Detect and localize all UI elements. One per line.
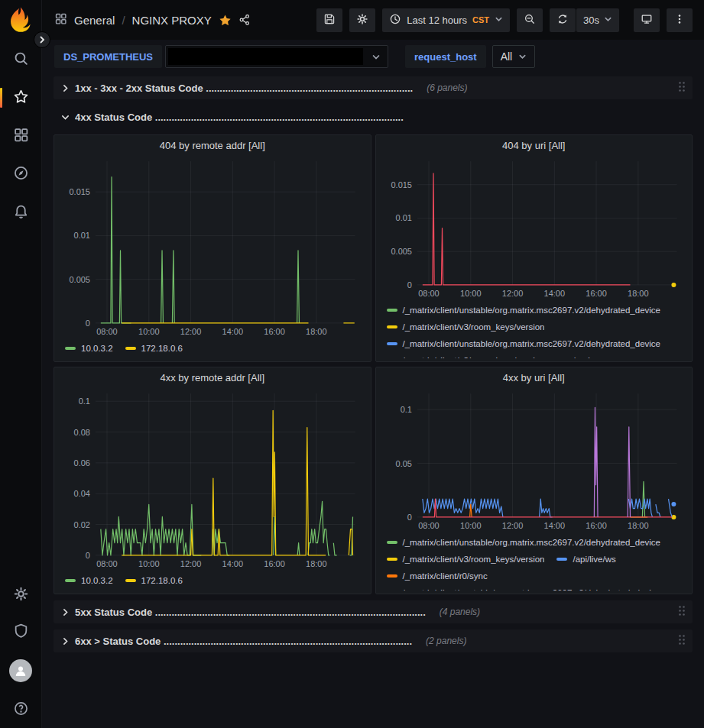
dashboard-canvas: 1xx - 3xx - 2xx Status Code ............…	[42, 72, 704, 728]
legend-item[interactable]: /_matrix/client/v3/room_keys/version	[387, 352, 545, 358]
chevron-down-icon	[371, 53, 381, 62]
x-tick-label: 08:00	[418, 521, 439, 530]
legend-swatch	[387, 574, 397, 578]
chevron-down-icon	[60, 112, 70, 122]
panel-4xx-by-uri: 4xx by uri [All] 00.050.108:0010:0012:00…	[375, 367, 693, 594]
redacted-value	[168, 48, 363, 65]
share-icon[interactable]	[238, 14, 251, 26]
legend-item[interactable]: /_matrix/client/r0/sync	[387, 568, 488, 584]
legend-item[interactable]: /_matrix/client/unstable/org.matrix.msc2…	[387, 584, 661, 590]
timezone-label: CST	[472, 15, 489, 24]
favorite-star-icon[interactable]	[219, 14, 232, 27]
legend-item[interactable]: 172.18.0.6	[125, 572, 183, 589]
sidebar-item-server-admin[interactable]	[5, 623, 36, 641]
x-tick-label: 18:00	[306, 559, 326, 568]
timeseries-chart[interactable]: 00.020.040.060.080.108:0010:0012:0014:00…	[62, 389, 363, 571]
legend-label: 10.0.3.2	[81, 576, 113, 585]
gear-icon	[13, 586, 29, 605]
variable-value-ds-prometheus[interactable]	[165, 45, 388, 68]
row-panel-count: (4 panels)	[440, 607, 480, 617]
legend-item[interactable]: /api/live/ws	[556, 551, 615, 568]
row-header-6xx[interactable]: 6xx > Status Code ......................…	[54, 629, 693, 652]
kebab-menu-icon	[673, 13, 686, 28]
legend-item[interactable]: /_matrix/client/v3/room_keys/version	[387, 319, 545, 335]
y-tick-label: 0.02	[74, 520, 90, 529]
sidebar-item-explore[interactable]	[5, 165, 36, 183]
legend-item[interactable]: /_matrix/client/unstable/org.matrix.msc2…	[387, 534, 661, 551]
series-line	[297, 251, 300, 323]
variable-value-request-host[interactable]: All	[492, 45, 536, 68]
row-panel-count: (2 panels)	[426, 636, 466, 646]
sidebar-expand-button[interactable]	[34, 31, 50, 48]
breadcrumb-section[interactable]: General	[74, 14, 115, 27]
legend-item[interactable]: 10.0.3.2	[65, 572, 113, 589]
refresh-interval-label: 30s	[583, 15, 599, 26]
variable-label-request-host[interactable]: request_host	[405, 45, 486, 68]
breadcrumb: General / NGINX PROXY	[54, 12, 251, 28]
legend-item[interactable]: /_matrix/client/v3/room_keys/version	[387, 551, 545, 568]
legend-swatch	[387, 342, 397, 345]
row-header-4xx[interactable]: 4xx Status Code ........................…	[54, 105, 693, 128]
save-button[interactable]	[316, 8, 342, 32]
page-title[interactable]: NGINX PROXY	[132, 14, 212, 27]
row-drag-handle-icon[interactable]	[677, 81, 686, 95]
sidebar-item-help[interactable]	[5, 700, 36, 719]
refresh-button[interactable]	[550, 8, 576, 32]
chart-svg: 00.0050.010.01508:0010:0012:0014:0016:00…	[62, 157, 363, 338]
x-tick-label: 18:00	[628, 521, 648, 530]
cycle-view-mode-button[interactable]	[634, 8, 660, 32]
y-tick-label: 0.005	[69, 275, 89, 284]
time-range-picker[interactable]: Last 12 hours CST	[382, 8, 510, 32]
legend-item[interactable]: /sw.js	[556, 352, 594, 358]
question-icon	[13, 700, 29, 720]
grafana-logo-icon[interactable]	[7, 6, 34, 34]
zoom-out-button[interactable]	[517, 8, 543, 32]
variables-row: DS_PROMETHEUS request_host All	[42, 40, 704, 72]
legend-swatch	[65, 579, 76, 582]
x-tick-label: 08:00	[418, 289, 439, 298]
chart-svg: 00.050.108:0010:0012:0014:0016:0018:00	[384, 389, 685, 532]
more-options-button[interactable]	[667, 8, 693, 32]
panel-title[interactable]: 404 by uri [All]	[384, 140, 685, 157]
y-tick-label: 0.05	[395, 459, 411, 468]
user-avatar[interactable]	[9, 659, 32, 682]
variable-label-ds-prometheus[interactable]: DS_PROMETHEUS	[54, 45, 162, 68]
dashboard-settings-button[interactable]	[349, 8, 375, 32]
row-title: 5xx Status Code ........................…	[75, 607, 426, 618]
row-drag-handle-icon[interactable]	[677, 605, 686, 620]
legend-item[interactable]: 10.0.3.2	[65, 340, 113, 357]
x-tick-label: 18:00	[628, 289, 648, 298]
x-tick-label: 10:00	[138, 327, 159, 336]
sidebar-item-configuration[interactable]	[5, 586, 36, 604]
row-header-5xx[interactable]: 5xx Status Code ........................…	[54, 600, 693, 623]
timeseries-chart[interactable]: 00.050.108:0010:0012:0014:0016:0018:00	[384, 389, 685, 532]
panel-title[interactable]: 4xx by uri [All]	[384, 372, 685, 389]
series-end-dot	[671, 502, 676, 506]
legend-item[interactable]: 172.18.0.6	[125, 340, 183, 357]
series-line	[308, 501, 329, 555]
series-line	[333, 543, 336, 555]
legend-label: /_matrix/client/v3/room_keys/version	[403, 356, 545, 358]
sidebar-item-dashboards[interactable]	[5, 127, 36, 145]
legend-item[interactable]: /_matrix/client/unstable/org.matrix.msc2…	[387, 335, 661, 352]
row-drag-handle-icon[interactable]	[677, 634, 686, 649]
x-tick-label: 16:00	[586, 521, 606, 530]
sidebar-item-alerting[interactable]	[5, 203, 36, 222]
panel-title[interactable]: 404 by remote addr [All]	[62, 140, 363, 157]
row-header-1xx-3xx-2xx[interactable]: 1xx - 3xx - 2xx Status Code ............…	[54, 76, 693, 99]
refresh-interval-picker[interactable]: 30s	[576, 8, 619, 32]
chart-legend: 10.0.3.2172.18.0.6	[62, 571, 363, 590]
sidebar-item-search[interactable]	[5, 50, 36, 69]
sidebar-item-starred[interactable]	[5, 89, 36, 107]
legend-label: /api/live/ws	[573, 555, 615, 564]
sidebar-bottom-group	[5, 586, 36, 719]
timeseries-chart[interactable]: 00.0050.010.01508:0010:0012:0014:0016:00…	[384, 157, 685, 300]
panel-title[interactable]: 4xx by remote addr [All]	[62, 372, 363, 389]
x-tick-label: 14:00	[543, 521, 564, 530]
y-tick-label: 0.06	[74, 458, 90, 468]
legend-label: /_matrix/client/v3/room_keys/version	[403, 555, 545, 564]
series-line	[101, 177, 131, 323]
legend-item[interactable]: /_matrix/client/unstable/org.matrix.msc2…	[387, 302, 661, 319]
sidebar-top-group	[5, 50, 36, 222]
timeseries-chart[interactable]: 00.0050.010.01508:0010:0012:0014:0016:00…	[62, 157, 363, 338]
